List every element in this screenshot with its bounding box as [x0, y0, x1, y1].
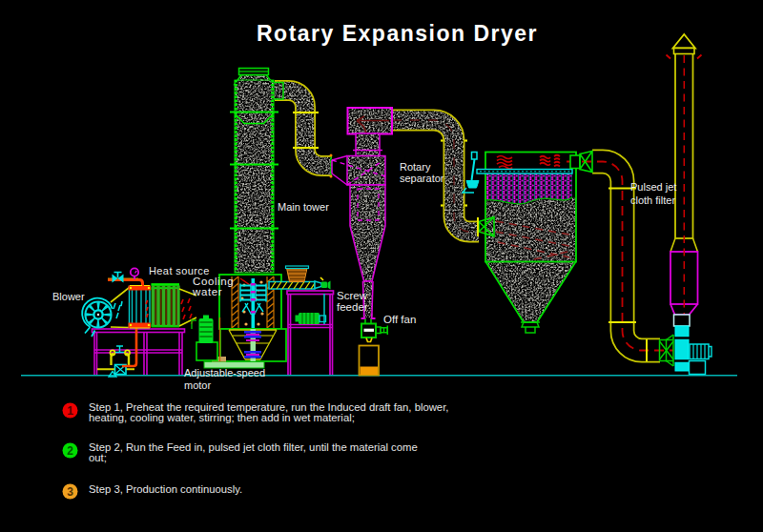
svg-text:1: 1	[67, 404, 73, 418]
svg-text:2: 2	[67, 444, 73, 458]
svg-text:3: 3	[67, 485, 73, 499]
